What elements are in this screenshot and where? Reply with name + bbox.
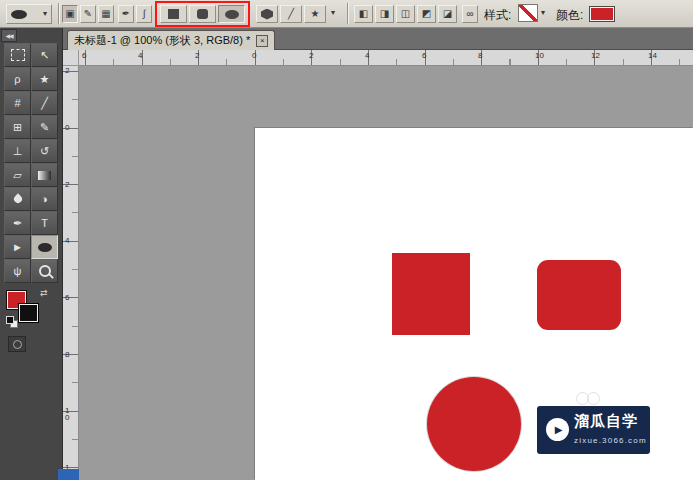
document-title: 未标题-1 @ 100% (形状 3, RGB/8) * [74, 33, 250, 48]
rectangle-tool-button[interactable] [160, 5, 187, 23]
line-tool-button-icon: ╱ [288, 9, 294, 19]
clone-stamp-tool-icon: ⊥ [13, 146, 23, 157]
divider [58, 3, 60, 24]
pen-tool-button[interactable]: ✒ [118, 5, 134, 23]
close-icon[interactable]: × [256, 35, 268, 47]
add-shape-area-button-icon: ◨ [380, 9, 389, 19]
healing-brush-tool[interactable]: ⊞ [4, 115, 31, 139]
color-swatch-group: ⇄ [6, 290, 58, 336]
h-ruler-number: 8 [478, 51, 482, 60]
tool-grid: ↖ρ★#╱⊞✎⊥↺▱◑✒T►ψ [4, 43, 58, 283]
rounded-rectangle-tool-button-icon [197, 9, 208, 19]
ellipse-tool-button[interactable] [218, 5, 245, 23]
path-selection-tool[interactable]: ► [4, 235, 31, 259]
h-ruler-number: 6 [82, 51, 86, 60]
rectangular-marquee-tool[interactable] [4, 43, 31, 67]
basic-shape-buttons [160, 5, 245, 23]
ellipse-tool[interactable] [31, 235, 58, 259]
background-color-swatch[interactable] [18, 303, 39, 323]
ellipse-tool-icon [11, 10, 27, 19]
v-ruler-number: 10 [65, 407, 71, 421]
move-tool-icon: ↖ [40, 50, 49, 61]
gradient-tool-icon [38, 171, 51, 180]
freeform-pen-button[interactable]: ∫ [136, 5, 152, 23]
blur-tool[interactable] [4, 187, 31, 211]
hand-tool-icon: ψ [14, 266, 22, 277]
watermark-badge: ▶ 溜瓜自学 zixue.3066.com [537, 406, 650, 454]
intersect-shape-area-button[interactable]: ◩ [417, 5, 436, 23]
vertical-ruler: 2024681012 [63, 66, 79, 480]
magic-wand-tool[interactable]: ★ [31, 67, 58, 91]
h-ruler-number: 12 [591, 51, 600, 60]
paths-button-icon: ✎ [84, 9, 92, 19]
crop-tool-icon: # [14, 98, 20, 109]
h-ruler-number: 10 [535, 51, 544, 60]
fill-pixels-button[interactable]: ▦ [98, 5, 114, 23]
history-brush-tool[interactable]: ↺ [31, 139, 58, 163]
h-ruler-number: 4 [365, 51, 369, 60]
line-tool-button[interactable]: ╱ [280, 5, 302, 23]
blur-tool-icon [12, 193, 23, 204]
color-label: 颜色: [556, 7, 583, 24]
chevron-down-icon: ▾ [43, 10, 47, 18]
exclude-shape-area-button[interactable]: ◪ [438, 5, 457, 23]
horizontal-ruler: 64202468101214 [79, 50, 693, 66]
tool-preset-picker[interactable]: ▾ [6, 4, 52, 24]
link-layers-button[interactable]: ∞ [462, 5, 478, 23]
subtract-shape-area-button[interactable]: ◫ [396, 5, 415, 23]
move-tool[interactable]: ↖ [31, 43, 58, 67]
rectangular-marquee-tool-icon [11, 49, 25, 61]
pen-buttons: ✒∫ [118, 5, 152, 23]
shape-options-dropdown-icon[interactable]: ▾ [331, 9, 335, 17]
pen-tool-button-icon: ✒ [122, 9, 130, 19]
custom-shape-tool-button[interactable]: ★ [304, 5, 326, 23]
paths-button[interactable]: ✎ [80, 5, 96, 23]
dodge-tool[interactable]: ◑ [31, 187, 58, 211]
collapse-palette-button[interactable]: ◀◀ [1, 29, 17, 42]
ellipse-tool-button-icon [225, 10, 239, 19]
path-selection-tool-icon: ► [12, 242, 23, 253]
create-shape-layer-button[interactable]: ◧ [354, 5, 373, 23]
zoom-tool[interactable] [31, 259, 58, 283]
shape-color-swatch[interactable] [589, 6, 615, 22]
intersect-shape-area-button-icon: ◩ [422, 9, 431, 19]
ellipse-tool-icon [38, 243, 52, 252]
eraser-tool[interactable]: ▱ [4, 163, 31, 187]
exclude-shape-area-button-icon: ◪ [443, 9, 452, 19]
style-dropdown-icon[interactable]: ▾ [541, 9, 545, 17]
taskbar-fragment [58, 469, 79, 480]
style-picker-swatch[interactable] [518, 4, 538, 22]
gradient-tool[interactable] [31, 163, 58, 187]
fill-pixels-button-icon: ▦ [101, 9, 110, 19]
red-circle-shape[interactable] [427, 377, 521, 471]
lasso-tool[interactable]: ρ [4, 67, 31, 91]
rounded-rectangle-tool-button[interactable] [189, 5, 216, 23]
h-ruler-number: 0 [252, 51, 256, 60]
v-ruler-number: 2 [65, 67, 71, 74]
red-square-shape[interactable] [392, 253, 470, 335]
polygon-tool-button[interactable] [256, 5, 278, 23]
history-brush-tool-icon: ↺ [40, 146, 49, 157]
swap-colors-icon[interactable]: ⇄ [40, 288, 48, 298]
create-shape-layer-button-icon: ◧ [359, 9, 368, 19]
h-ruler-number: 6 [422, 51, 426, 60]
slice-tool[interactable]: ╱ [31, 91, 58, 115]
eraser-tool-icon: ▱ [13, 170, 21, 181]
quick-mask-icon[interactable] [8, 336, 26, 352]
add-shape-area-button[interactable]: ◨ [375, 5, 394, 23]
document-tab[interactable]: 未标题-1 @ 100% (形状 3, RGB/8) * × [67, 30, 275, 50]
type-tool[interactable]: T [31, 211, 58, 235]
polygon-tool-button-icon [261, 9, 273, 20]
shape-layers-button[interactable]: ▣ [62, 5, 78, 23]
pen-tool[interactable]: ✒ [4, 211, 31, 235]
default-colors-icon[interactable] [6, 316, 19, 329]
hand-tool[interactable]: ψ [4, 259, 31, 283]
chain-icon: ∞ [466, 9, 473, 19]
clone-stamp-tool[interactable]: ⊥ [4, 139, 31, 163]
crop-tool[interactable]: # [4, 91, 31, 115]
brush-tool[interactable]: ✎ [31, 115, 58, 139]
brush-tool-icon: ✎ [40, 122, 49, 133]
red-rounded-rectangle-shape[interactable] [537, 260, 621, 330]
subtract-shape-area-button-icon: ◫ [401, 9, 410, 19]
zoom-tool-icon [39, 265, 51, 277]
